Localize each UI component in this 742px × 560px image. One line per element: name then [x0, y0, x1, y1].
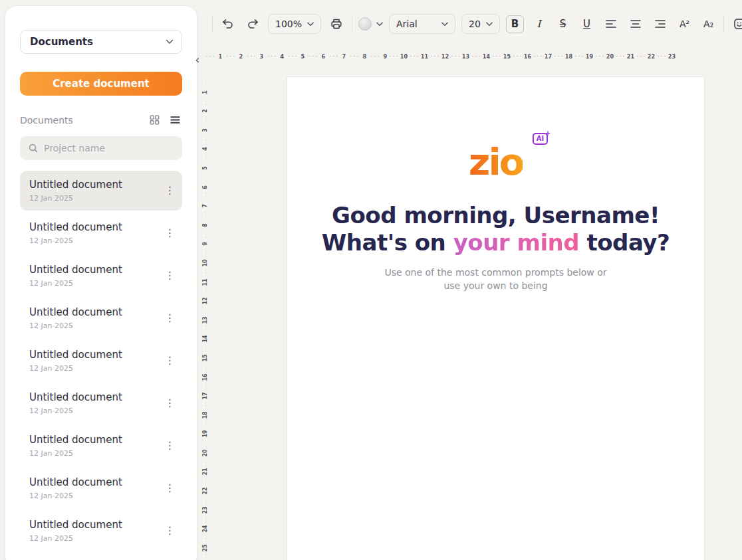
chevron-down-icon — [441, 22, 448, 27]
kebab-menu-icon[interactable]: ⋮ — [161, 270, 178, 281]
document-title: Untitled document — [29, 179, 122, 191]
document-title: Untitled document — [29, 519, 122, 531]
document-title: Untitled document — [29, 434, 122, 446]
grid-view-button[interactable] — [148, 113, 162, 127]
list-item[interactable]: Untitled document 12 Jan 2025 ⋮ — [20, 341, 182, 381]
list-item[interactable]: Untitled document 12 Jan 2025 ⋮ — [20, 298, 182, 338]
toolbar: 100% Arial 20 B I S U — [197, 0, 742, 48]
chevron-down-icon — [166, 39, 174, 45]
list-item[interactable]: Untitled document 12 Jan 2025 ⋮ — [20, 383, 182, 423]
align-right-button[interactable] — [651, 15, 670, 33]
undo-button[interactable] — [219, 15, 237, 33]
color-picker[interactable] — [358, 17, 383, 31]
superscript-button[interactable]: A² — [676, 15, 693, 33]
ruler-mark: 20 — [200, 437, 211, 456]
ruler-mark: 10 — [387, 52, 408, 61]
printer-icon — [330, 17, 343, 31]
subtitle-line1: Use one of the most common prompts below… — [384, 266, 606, 279]
ruler-mark: 6 — [305, 52, 325, 61]
align-center-button[interactable] — [626, 15, 645, 33]
kebab-menu-icon[interactable]: ⋮ — [161, 228, 178, 238]
ruler-mark: 3 — [243, 52, 263, 61]
font-size-select[interactable]: 20 — [461, 14, 500, 34]
list-item[interactable]: Untitled document 12 Jan 2025 ⋮ — [20, 468, 182, 508]
list-view-button[interactable] — [168, 113, 182, 127]
align-left-button[interactable] — [602, 15, 620, 33]
kebab-menu-icon[interactable]: ⋮ — [161, 398, 178, 409]
kebab-menu-icon[interactable]: ⋮ — [161, 440, 178, 451]
ruler-mark: 4 — [200, 134, 211, 153]
ruler-vertical: 1234567891011121314151617181920212223242… — [200, 76, 211, 560]
align-center-icon — [629, 17, 642, 31]
redo-icon — [246, 17, 259, 31]
document-list: Untitled document 12 Jan 2025 ⋮ Untitled… — [20, 171, 182, 553]
strikethrough-button[interactable]: S — [554, 15, 572, 33]
document-title: Untitled document — [29, 264, 122, 276]
list-item[interactable]: Untitled document 12 Jan 2025 ⋮ — [20, 171, 182, 211]
list-item[interactable]: Untitled document 12 Jan 2025 ⋮ — [20, 426, 182, 466]
ruler-mark: 26 — [200, 551, 211, 560]
ruler-mark: 20 — [593, 52, 614, 61]
ruler-mark: 21 — [200, 456, 211, 476]
zoom-value: 100% — [275, 19, 302, 29]
list-item[interactable]: Untitled document 12 Jan 2025 ⋮ — [20, 256, 182, 296]
ruler-mark: 17 — [200, 381, 211, 400]
editor-main: 100% Arial 20 B I S U — [197, 0, 742, 560]
font-family-select[interactable]: Arial — [389, 14, 455, 34]
document-date: 12 Jan 2025 — [29, 492, 122, 500]
greeting-line2-suffix: today? — [579, 229, 670, 256]
color-swatch — [358, 17, 372, 31]
ruler-mark: 12 — [200, 286, 211, 305]
undo-icon — [221, 17, 235, 31]
ruler-mark: 21 — [614, 52, 634, 61]
align-left-icon — [604, 17, 618, 31]
document-date: 12 Jan 2025 — [29, 194, 122, 203]
greeting-line1: Good morning, Username! — [322, 202, 670, 229]
greeting-line2-prefix: What's on — [322, 229, 453, 256]
document-title: Untitled document — [29, 306, 122, 318]
kebab-menu-icon[interactable]: ⋮ — [161, 355, 178, 366]
ruler-mark: 11 — [200, 266, 211, 286]
search-icon — [28, 143, 39, 153]
ruler-mark: 9 — [366, 52, 387, 61]
documents-dropdown-label: Documents — [30, 36, 93, 48]
zio-logo-text: zio — [469, 140, 523, 183]
emoji-button[interactable] — [730, 15, 742, 33]
document-date: 12 Jan 2025 — [29, 407, 122, 415]
print-button[interactable] — [327, 15, 346, 33]
ruler-mark: 18 — [552, 52, 572, 61]
ruler-mark: 18 — [200, 399, 211, 419]
sidebar-collapse-button[interactable]: ‹ — [191, 52, 204, 68]
ruler-mark: 24 — [200, 513, 211, 533]
kebab-menu-icon[interactable]: ⋮ — [161, 483, 178, 494]
zoom-select[interactable]: 100% — [268, 14, 321, 34]
document-page[interactable]: zio AI + Good morning, Username! What's … — [287, 76, 705, 560]
ruler-mark: 1 — [200, 76, 211, 96]
list-item[interactable]: Untitled document 12 Jan 2025 ⋮ — [20, 213, 182, 253]
kebab-menu-icon[interactable]: ⋮ — [161, 313, 178, 324]
ruler-mark: 14 — [200, 324, 211, 343]
kebab-menu-icon[interactable]: ⋮ — [161, 525, 178, 536]
ruler-mark: 8 — [346, 52, 366, 61]
italic-button[interactable]: I — [530, 15, 548, 33]
ruler-mark: 23 — [655, 52, 676, 61]
ruler-mark: 4 — [263, 52, 284, 61]
bold-button[interactable]: B — [506, 15, 524, 33]
documents-dropdown[interactable]: Documents — [20, 30, 182, 54]
ruler-mark: 19 — [200, 419, 211, 438]
document-title: Untitled document — [29, 221, 122, 233]
list-item[interactable]: Untitled document 12 Jan 2025 ⋮ — [20, 511, 182, 551]
create-document-button[interactable]: Create document — [20, 72, 182, 96]
ruler-mark: 7 — [325, 52, 346, 61]
search-input[interactable] — [44, 143, 174, 153]
ruler-mark: 14 — [469, 52, 490, 61]
ai-badge-label: AI — [537, 135, 544, 142]
underline-button[interactable]: U — [578, 15, 596, 33]
redo-button[interactable] — [243, 15, 262, 33]
ruler-mark: 23 — [200, 494, 211, 513]
ruler-mark: 15 — [490, 52, 511, 61]
subscript-button[interactable]: A₂ — [699, 15, 717, 33]
chevron-down-icon — [376, 22, 383, 27]
ruler-mark: 13 — [200, 304, 211, 324]
kebab-menu-icon[interactable]: ⋮ — [161, 185, 178, 196]
